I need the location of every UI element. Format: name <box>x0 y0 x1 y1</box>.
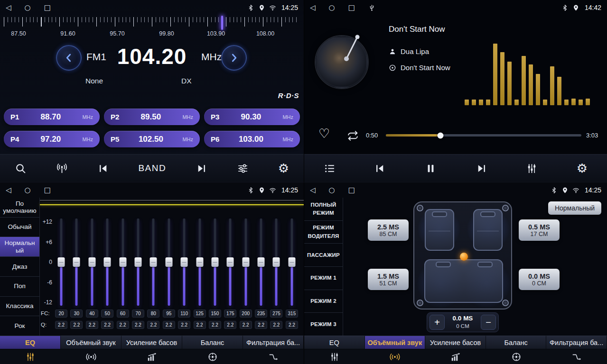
tab-eq[interactable]: EQ <box>0 336 61 349</box>
radio-preset-p6[interactable]: P6 103.00 MHz <box>204 131 300 147</box>
eq-band-slider[interactable] <box>55 218 67 306</box>
eq-slider-handle[interactable] <box>165 257 172 267</box>
eq-preset-normal[interactable]: Нормальный <box>0 237 39 257</box>
eq-fc-cell[interactable]: 175 <box>224 309 236 318</box>
eq-band-slider[interactable] <box>86 218 98 306</box>
next-track-icon[interactable] <box>476 163 487 174</box>
band-button[interactable]: BAND <box>138 163 166 173</box>
eq-band-slider[interactable] <box>224 218 236 306</box>
tab-filter[interactable]: Фильтрация ба... <box>546 336 607 349</box>
tab-eq-icon[interactable] <box>304 349 365 364</box>
home-icon[interactable]: ○ <box>329 187 335 194</box>
eq-preset-custom[interactable]: Обычай <box>0 218 39 237</box>
tab-eq-icon[interactable] <box>0 349 61 364</box>
tab-bass-boost-icon[interactable] <box>121 349 182 364</box>
eq-q-cell[interactable]: 2.2 <box>224 321 236 329</box>
eq-q-cell[interactable]: 2.2 <box>117 321 129 329</box>
eq-band-slider[interactable] <box>194 218 206 306</box>
eq-fc-cell[interactable]: 30 <box>70 309 83 318</box>
tune-down-button[interactable] <box>56 45 82 71</box>
eq-slider-handle[interactable] <box>242 257 249 267</box>
gear-icon[interactable]: ⚙ <box>278 162 289 174</box>
tab-filter[interactable]: Фильтрация ба... <box>243 336 304 349</box>
delay-rear-right-button[interactable]: 0.0 MS 0 CM <box>519 269 560 290</box>
mode-passenger[interactable]: ПАССАЖИР <box>304 244 343 267</box>
search-icon[interactable] <box>15 163 27 174</box>
eq-q-cell[interactable]: 2.2 <box>270 321 282 329</box>
eq-slider-handle[interactable] <box>258 257 265 267</box>
tab-bass-boost[interactable]: Усиление басов <box>425 336 486 349</box>
tab-eq[interactable]: EQ <box>304 336 365 349</box>
eq-q-cell[interactable]: 2.2 <box>147 321 159 329</box>
delay-front-right-button[interactable]: 0.5 MS 17 CM <box>519 219 560 241</box>
eq-band-slider[interactable] <box>132 218 144 306</box>
eq-fc-cell[interactable]: 95 <box>163 309 175 318</box>
eq-band-slider[interactable] <box>255 218 267 306</box>
eq-slider-handle[interactable] <box>104 257 111 267</box>
eq-band-slider[interactable] <box>178 218 190 306</box>
eq-q-cell[interactable]: 2.2 <box>70 321 83 329</box>
previous-station-icon[interactable] <box>97 163 109 174</box>
antenna-scan-icon[interactable] <box>56 163 68 174</box>
delay-decrease-button[interactable]: − <box>481 315 496 330</box>
eq-band-slider[interactable] <box>101 218 113 306</box>
eq-slider-handle[interactable] <box>288 257 295 267</box>
eq-fc-cell[interactable]: 235 <box>255 309 267 318</box>
eq-q-cell[interactable]: 2.2 <box>194 321 206 329</box>
eq-slider-handle[interactable] <box>88 257 95 267</box>
back-icon[interactable]: ◁ <box>6 187 11 194</box>
tab-surround[interactable]: Объёмный звук <box>365 336 426 349</box>
tab-balance[interactable]: Баланс <box>486 336 547 349</box>
eq-q-cell[interactable]: 2.2 <box>101 321 113 329</box>
home-icon[interactable]: ○ <box>25 187 31 194</box>
eq-band-slider[interactable] <box>240 218 252 306</box>
gear-icon[interactable]: ⚙ <box>577 162 588 174</box>
back-icon[interactable]: ◁ <box>6 4 11 11</box>
home-icon[interactable]: ○ <box>25 4 31 11</box>
back-icon[interactable]: ◁ <box>310 187 316 194</box>
progress-bar[interactable] <box>386 134 581 136</box>
eq-slider-handle[interactable] <box>273 257 280 267</box>
tab-surround[interactable]: Объёмный звук <box>61 336 121 349</box>
delay-increase-button[interactable]: + <box>430 315 445 330</box>
playlist-queue-icon[interactable] <box>324 163 336 174</box>
eq-slider-handle[interactable] <box>58 257 65 267</box>
eq-fc-cell[interactable]: 200 <box>240 309 252 318</box>
eq-fc-cell[interactable]: 50 <box>101 309 113 318</box>
eq-slider-handle[interactable] <box>134 257 141 267</box>
eq-fc-cell[interactable]: 315 <box>286 309 298 318</box>
soundfield-preset-button[interactable]: Нормальный <box>548 201 601 215</box>
tab-filter-icon[interactable] <box>546 349 607 364</box>
eq-band-slider[interactable] <box>209 218 221 306</box>
delay-rear-left-button[interactable]: 1.5 MS 51 CM <box>368 269 409 290</box>
eq-mixer-icon[interactable] <box>526 163 538 174</box>
eq-band-slider[interactable] <box>270 218 282 306</box>
tune-up-button[interactable] <box>221 45 247 71</box>
eq-preset-rock[interactable]: Рок <box>0 316 39 336</box>
eq-band-slider[interactable] <box>163 218 175 306</box>
progress-knob[interactable] <box>438 132 444 138</box>
mode-3[interactable]: РЕЖИМ 3 <box>304 313 343 336</box>
eq-band-slider[interactable] <box>117 218 129 306</box>
eq-preset-jazz[interactable]: Джаз <box>0 257 39 277</box>
eq-fc-cell[interactable]: 40 <box>86 309 98 318</box>
eq-slider-handle[interactable] <box>119 257 126 267</box>
tab-surround-icon[interactable] <box>61 349 121 364</box>
tab-surround-icon[interactable] <box>365 349 426 364</box>
eq-q-cell[interactable]: 2.2 <box>209 321 221 329</box>
radio-preset-p1[interactable]: P1 88.70 MHz <box>4 109 100 125</box>
eq-q-cell[interactable]: 2.2 <box>163 321 175 329</box>
tab-balance[interactable]: Баланс <box>182 336 243 349</box>
recents-icon[interactable]: □ <box>44 187 51 194</box>
eq-band-slider[interactable] <box>286 218 298 306</box>
frequency-ruler[interactable] <box>4 17 299 29</box>
radio-preset-p4[interactable]: P4 97.20 MHz <box>4 131 100 147</box>
eq-fc-cell[interactable]: 110 <box>178 309 190 318</box>
listening-position-marker[interactable] <box>460 253 468 261</box>
recents-icon[interactable]: □ <box>44 4 51 11</box>
eq-q-cell[interactable]: 2.2 <box>178 321 190 329</box>
recents-icon[interactable]: □ <box>348 4 355 11</box>
tab-bass-boost[interactable]: Усиление басов <box>121 336 182 349</box>
repeat-icon[interactable] <box>347 130 359 142</box>
eq-slider-handle[interactable] <box>211 257 218 267</box>
